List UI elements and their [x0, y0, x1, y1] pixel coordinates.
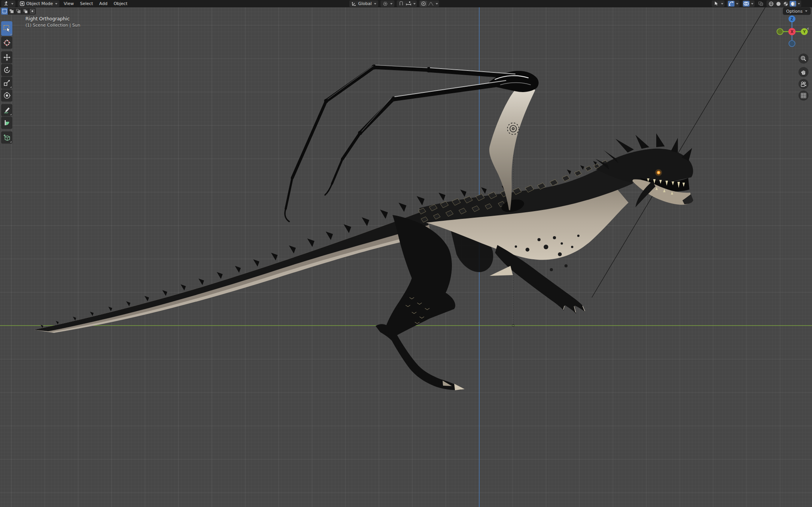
mode-label: Object Mode	[26, 1, 53, 6]
tool-select-box[interactable]	[1, 21, 12, 36]
chevron-down-icon	[413, 3, 416, 5]
top-header: Object Mode View Select Add Object Globa…	[0, 0, 812, 7]
grid-icon	[800, 92, 807, 99]
shading-material-button[interactable]	[782, 1, 789, 7]
viewport-canvas	[0, 0, 812, 507]
tool-move[interactable]	[1, 51, 12, 63]
shading-rendered-button[interactable]	[790, 1, 796, 7]
viewport-toggles-cluster	[711, 0, 802, 7]
gizmo-x-label: X	[790, 30, 793, 34]
chevron-down-icon	[374, 3, 376, 5]
gizmo-z-label: Z	[790, 17, 793, 21]
move-icon	[3, 54, 11, 61]
chevron-down-icon	[11, 3, 13, 5]
editor-type-selector[interactable]	[1, 0, 15, 7]
tool-transform[interactable]	[1, 89, 12, 101]
transform-settings-cluster: Global	[348, 0, 440, 7]
xray-toggle[interactable]	[757, 1, 764, 7]
overlays-group	[742, 0, 755, 7]
select-mode-invert[interactable]	[22, 8, 29, 15]
3d-cursor-icon	[3, 39, 11, 47]
menu-add[interactable]: Add	[96, 0, 110, 7]
tool-measure[interactable]	[1, 117, 12, 129]
tool-scale[interactable]	[1, 77, 12, 89]
overlays-icon	[743, 1, 749, 6]
options-label: Options	[786, 9, 802, 14]
navigation-gizmo[interactable]: Z Y X	[774, 14, 810, 49]
camera-icon	[800, 81, 807, 87]
tool-shelf	[1, 21, 12, 144]
gizmos-group	[727, 0, 740, 7]
proportional-edit-icon	[421, 1, 426, 6]
sun-direction-line	[592, 0, 772, 297]
pivot-point-dropdown[interactable]	[381, 0, 394, 7]
wireframe-icon	[768, 1, 774, 7]
view-name-label: Right Orthographic	[25, 16, 70, 22]
options-dropdown[interactable]: Options	[783, 8, 810, 15]
editor-type-3d-viewport-icon	[3, 1, 9, 6]
chevron-down-icon	[721, 3, 723, 5]
chevron-down-icon	[751, 3, 753, 5]
xray-icon	[758, 1, 763, 6]
sidebar-toggle-arrow[interactable]: ‹	[807, 25, 809, 31]
add-cube-icon	[3, 134, 11, 141]
orthographic-toggle-button[interactable]	[799, 91, 809, 101]
annotate-pencil-icon	[3, 106, 11, 114]
gizmo-axis-y-neg[interactable]	[777, 29, 783, 35]
orientation-axes-icon	[351, 1, 357, 6]
hand-icon	[800, 69, 807, 75]
rendered-icon	[790, 1, 796, 7]
magnet-icon	[399, 1, 404, 6]
snap-target-dropdown[interactable]	[405, 1, 412, 7]
select-mode-group	[1, 8, 36, 15]
pivot-point-icon	[382, 1, 388, 7]
shading-wireframe-button[interactable]	[768, 1, 774, 7]
show-overlays-toggle[interactable]	[743, 1, 750, 7]
snap-magnet-toggle[interactable]	[398, 1, 404, 7]
shading-solid-button[interactable]	[775, 1, 782, 7]
zoom-view-button[interactable]	[799, 54, 809, 64]
camera-view-button[interactable]	[799, 79, 809, 89]
mode-dropdown[interactable]: Object Mode	[18, 0, 59, 7]
transform-icon	[3, 92, 11, 99]
rotate-icon	[3, 66, 11, 74]
gizmo-icon	[729, 1, 734, 6]
transform-orientation-dropdown[interactable]: Global	[349, 0, 378, 7]
snapping-group	[397, 0, 417, 7]
proportional-edit-group	[419, 0, 439, 7]
gizmo-y-label: Y	[802, 30, 806, 34]
chevron-down-icon	[736, 3, 738, 5]
select-mode-new[interactable]	[1, 8, 8, 15]
scene-context-label: (1) Scene Collection | Sun	[25, 23, 80, 28]
chevron-down-icon	[55, 3, 57, 5]
tool-add-cube[interactable]	[1, 131, 12, 143]
falloff-dropdown[interactable]	[428, 1, 434, 7]
select-mode-extend[interactable]	[8, 8, 15, 15]
measure-icon	[3, 119, 11, 127]
chevron-down-icon	[436, 3, 438, 5]
tool-cursor[interactable]	[1, 37, 12, 49]
menu-object[interactable]: Object	[111, 0, 131, 7]
falloff-curve-icon	[428, 2, 434, 6]
shading-mode-group	[767, 0, 801, 7]
gizmo-axis-z-neg[interactable]	[789, 40, 795, 47]
dragon-model[interactable]	[34, 65, 693, 391]
show-gizmo-toggle[interactable]	[728, 1, 735, 7]
object-mode-icon	[20, 1, 25, 6]
menu-select[interactable]: Select	[77, 0, 96, 7]
pan-view-button[interactable]	[799, 67, 809, 77]
select-mode-subtract[interactable]	[15, 8, 22, 15]
tool-annotate[interactable]	[1, 104, 12, 116]
object-visibility-dropdown[interactable]	[712, 0, 724, 7]
chevron-down-icon	[798, 3, 800, 5]
select-box-icon	[3, 25, 11, 32]
tool-rotate[interactable]	[1, 64, 12, 76]
selectability-icon	[713, 1, 719, 7]
material-preview-icon	[783, 1, 788, 7]
proportional-edit-toggle[interactable]	[420, 1, 427, 7]
menu-view[interactable]: View	[61, 0, 77, 7]
select-mode-intersect[interactable]	[29, 8, 36, 15]
chevron-down-icon	[805, 10, 807, 12]
dragon-eye	[657, 171, 660, 175]
scale-icon	[3, 79, 11, 87]
